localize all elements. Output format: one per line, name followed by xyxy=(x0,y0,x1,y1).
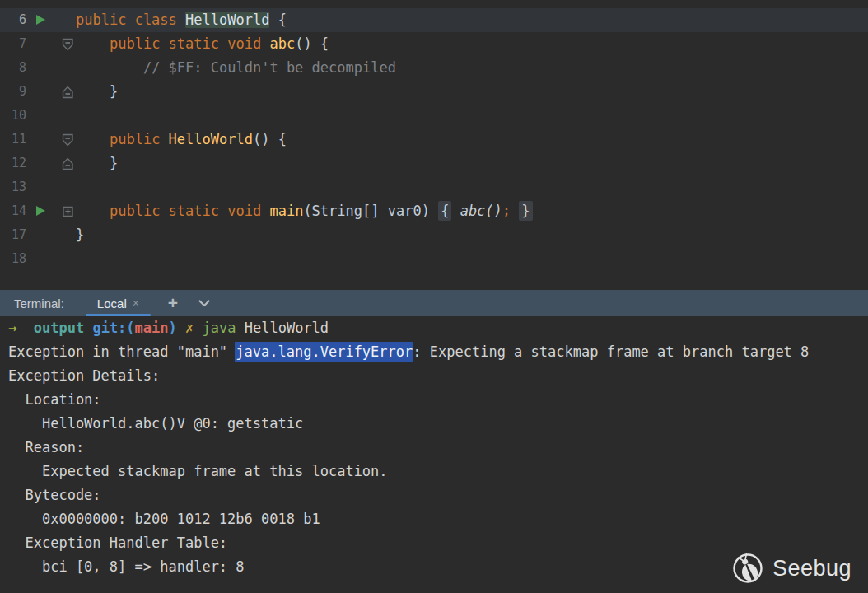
code-editor[interactable]: 5 6public class HelloWorld {7 public sta… xyxy=(0,0,868,290)
code-text: // $FF: Couldn't be decompiled xyxy=(76,56,396,80)
code-line-10[interactable]: 10 xyxy=(0,104,868,128)
code-line-18[interactable]: 18 xyxy=(0,247,868,271)
line-number[interactable]: 18 xyxy=(2,247,26,271)
code-line-6[interactable]: 6public class HelloWorld { xyxy=(0,8,868,32)
seebug-bug-icon xyxy=(730,550,765,587)
editor-rows: 6public class HelloWorld {7 public stati… xyxy=(0,8,868,271)
fold-collapse-top-icon[interactable] xyxy=(62,38,74,51)
terminal-output-line: Bytecode: xyxy=(8,483,868,507)
line-number[interactable]: 10 xyxy=(2,104,26,128)
run-button-icon[interactable] xyxy=(36,15,45,25)
code-line-11[interactable]: 11 public HelloWorld() { xyxy=(0,128,868,152)
line-number[interactable]: 11 xyxy=(2,128,26,152)
fold-expand-icon[interactable] xyxy=(62,205,74,218)
fold-collapse-bottom-icon[interactable] xyxy=(62,86,74,99)
code-text: public static void abc() { xyxy=(76,32,329,56)
terminal-output-line: 0x0000000: b200 1012 12b6 0018 b1 xyxy=(8,507,868,531)
line-number-partial: 5 xyxy=(2,0,26,5)
terminal-output-line: Exception in thread "main" java.lang.Ver… xyxy=(8,340,868,364)
code-line-12[interactable]: 12 } xyxy=(0,152,868,175)
code-line-13[interactable]: 13 xyxy=(0,175,868,199)
seebug-logo-text: Seebug xyxy=(772,556,852,581)
seebug-watermark: Seebug xyxy=(730,550,852,587)
fold-collapse-bottom-icon[interactable] xyxy=(62,157,74,170)
line-number[interactable]: 8 xyxy=(2,56,26,80)
code-line-17[interactable]: 17} xyxy=(0,223,868,247)
terminal-tab-local[interactable]: Local × xyxy=(86,290,151,316)
verifyerror-highlight: java.lang.VerifyError xyxy=(235,342,413,362)
code-line-14[interactable]: 14 public static void main(String[] var0… xyxy=(0,199,868,223)
terminal-output-line: Exception Details: xyxy=(8,364,868,388)
code-line-9[interactable]: 9 } xyxy=(0,80,868,104)
line-number[interactable]: 7 xyxy=(2,32,26,56)
close-tab-icon[interactable]: × xyxy=(133,296,139,310)
fold-collapse-top-icon[interactable] xyxy=(62,133,74,147)
code-line-7[interactable]: 7 public static void abc() { xyxy=(0,32,868,56)
line-number[interactable]: 17 xyxy=(2,223,26,247)
line-number[interactable]: 14 xyxy=(2,199,26,223)
terminal-output-line: Expected stackmap frame at this location… xyxy=(8,460,868,483)
terminal-output-line: Location: xyxy=(8,388,868,412)
terminal-panel-title: Terminal: xyxy=(14,296,64,311)
terminal-prompt-line: → output git:(main) ✗ java HelloWorld xyxy=(8,316,868,340)
code-line-8[interactable]: 8 // $FF: Couldn't be decompiled xyxy=(0,56,868,80)
line-number[interactable]: 12 xyxy=(2,152,26,175)
run-button-icon[interactable] xyxy=(36,206,45,216)
line-number[interactable]: 13 xyxy=(2,175,26,199)
terminal-tab-label: Local xyxy=(97,296,127,311)
code-text: } xyxy=(76,223,84,247)
code-text: } xyxy=(76,152,118,175)
new-terminal-tab-button[interactable]: + xyxy=(164,294,182,312)
chevron-down-icon xyxy=(198,300,210,307)
code-text: public static void main(String[] var0) {… xyxy=(76,199,533,223)
terminal-panel-header: Terminal: Local × + xyxy=(0,290,868,316)
code-text: public HelloWorld() { xyxy=(76,128,287,152)
line-number[interactable]: 6 xyxy=(2,8,26,32)
code-text: } xyxy=(76,80,118,104)
code-text: public class HelloWorld { xyxy=(76,8,287,32)
terminal-output-line: Reason: xyxy=(8,436,868,460)
line-number[interactable]: 9 xyxy=(2,80,26,104)
plus-icon: + xyxy=(168,295,178,311)
terminal-tab-options-button[interactable] xyxy=(195,294,213,312)
terminal-output-line: HelloWorld.abc()V @0: getstatic xyxy=(8,412,868,436)
